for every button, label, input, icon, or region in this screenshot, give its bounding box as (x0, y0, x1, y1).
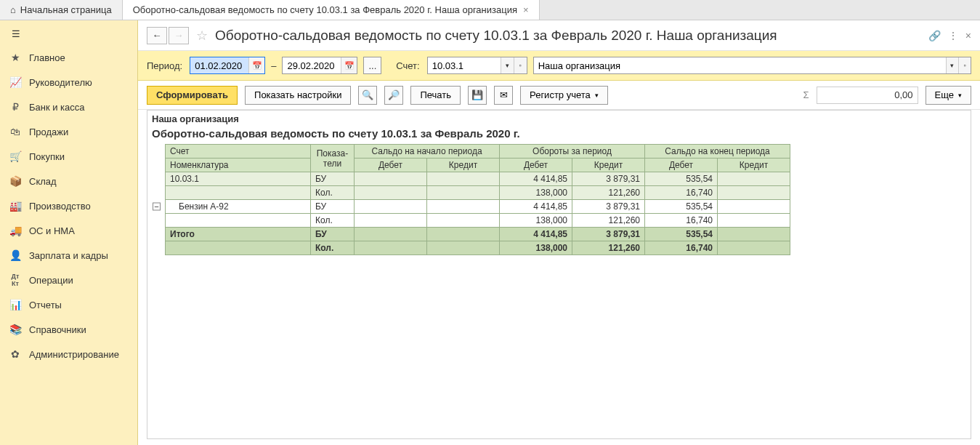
sidebar-item-main[interactable]: ★Главное (0, 45, 137, 70)
table-row[interactable]: Кол. 138,000121,260 16,740 (166, 214, 790, 228)
form-button[interactable]: Сформировать (147, 86, 238, 105)
col-ob-debit: Дебет (355, 159, 427, 172)
open-icon[interactable]: ▫ (514, 57, 527, 73)
org-combo[interactable]: ▾ ▫ (533, 57, 971, 74)
chevron-down-icon: ▾ (958, 92, 962, 99)
sidebar-item-catalogs[interactable]: 📚Справочники (0, 317, 137, 342)
mail-button[interactable]: ✉ (494, 86, 513, 105)
nav-forward-button[interactable]: → (169, 27, 189, 44)
nav-back-button[interactable]: ← (147, 27, 167, 44)
chevron-down-icon[interactable]: ▾ (501, 57, 514, 73)
sidebar-item-manager[interactable]: 📈Руководителю (0, 70, 137, 95)
sigma-icon: Σ (803, 89, 809, 100)
report-area: Наша организация Оборотно-сальдовая ведо… (138, 110, 980, 445)
sidebar-item-stock[interactable]: 📦Склад (0, 169, 137, 193)
tab-report[interactable]: Оборотно-сальдовая ведомость по счету 10… (123, 0, 540, 20)
sidebar-item-os-nma[interactable]: 🚚ОС и НМА (0, 218, 137, 243)
favorite-icon[interactable]: ☆ (196, 28, 208, 44)
bars-icon: 📊 (9, 299, 22, 310)
content: ← → ☆ Оборотно-сальдовая ведомость по сч… (138, 20, 980, 445)
report-scroll[interactable]: Наша организация Оборотно-сальдовая ведо… (147, 110, 971, 439)
sidebar-item-bank[interactable]: ₽Банк и касса (0, 95, 137, 119)
print-button[interactable]: Печать (410, 86, 461, 105)
col-close-balance: Сальдо на конец периода (645, 145, 790, 159)
filter-panel: Период: 📅 – 📅 ... Счет: ▾ ▫ ▾ ▫ (138, 51, 980, 81)
more-icon[interactable]: ⋮ (948, 30, 958, 41)
save-button[interactable]: 💾 (468, 86, 487, 105)
dtkt-icon: ДтКт (9, 273, 22, 287)
col-cb-credit: Кредит (718, 159, 790, 172)
col-t-debit: Дебет (500, 159, 572, 172)
sidebar-item-salary[interactable]: 👤Зарплата и кадры (0, 243, 137, 268)
table-row[interactable]: −Бензин А-92 БУ 4 414,853 879,31 535,54 (166, 200, 790, 214)
calendar-icon[interactable]: 📅 (341, 57, 357, 73)
col-account: Счет (166, 145, 311, 159)
chevron-down-icon: ▾ (595, 92, 599, 99)
sidebar-item-ops[interactable]: ДтКтОперации (0, 268, 137, 292)
books-icon: 📚 (9, 324, 22, 335)
tab-home-label: Начальная страница (20, 4, 112, 15)
table-row[interactable]: Итого БУ 4 414,853 879,31 535,54 (166, 228, 790, 241)
register-button[interactable]: Регистр учета▾ (520, 86, 608, 105)
page-title: Оборотно-сальдовая ведомость по счету 10… (215, 28, 921, 44)
open-icon[interactable]: ▫ (958, 57, 971, 73)
date-to-field[interactable]: 📅 (282, 57, 357, 74)
bag-icon: 🛍 (9, 126, 22, 137)
star-icon: ★ (9, 52, 22, 63)
gear-icon: ✿ (9, 348, 22, 360)
date-from-field[interactable]: 📅 (190, 57, 265, 74)
sum-field[interactable]: 0,00 (817, 87, 918, 104)
sidebar-item-reports[interactable]: 📊Отчеты (0, 292, 137, 317)
table-row[interactable]: Кол. 138,000121,260 16,740 (166, 241, 790, 255)
col-indicators: Показа- тели (311, 145, 355, 172)
col-open-balance: Сальдо на начало периода (355, 145, 500, 159)
col-nomenclature: Номенклатура (166, 159, 311, 172)
menu-icon[interactable]: ☰ (7, 26, 25, 41)
tree-collapse-icon[interactable]: − (153, 203, 161, 211)
close-page-icon[interactable]: × (965, 30, 971, 41)
col-turnover: Обороты за период (500, 145, 645, 159)
date-to-input[interactable] (283, 57, 341, 73)
sidebar-item-sales[interactable]: 🛍Продажи (0, 119, 137, 144)
col-cb-debit: Дебет (645, 159, 718, 172)
period-dash: – (271, 60, 276, 71)
sidebar-item-production[interactable]: 🏭Производство (0, 193, 137, 218)
account-combo[interactable]: ▾ ▫ (427, 57, 527, 74)
period-label: Период: (147, 60, 182, 71)
toolbar: Сформировать Показать настройки 🔍 🔎 Печа… (138, 81, 980, 110)
cart-icon: 🛒 (9, 151, 22, 162)
link-icon[interactable]: 🔗 (928, 30, 941, 41)
home-icon: ⌂ (10, 4, 16, 15)
chevron-down-icon[interactable]: ▾ (946, 57, 958, 73)
ruble-icon: ₽ (9, 101, 22, 113)
tab-home[interactable]: ⌂ Начальная страница (0, 0, 123, 20)
table-row[interactable]: Кол. 138,000121,260 16,740 (166, 186, 790, 200)
zoom-in-button[interactable]: 🔍 (358, 86, 377, 105)
table-row[interactable]: 10.03.1 БУ 4 414,853 879,31 535,54 (166, 172, 790, 186)
zoom-in-icon: 🔍 (362, 89, 373, 100)
truck-icon: 🚚 (9, 225, 22, 236)
close-icon[interactable]: × (523, 4, 529, 15)
mail-icon: ✉ (500, 89, 508, 100)
zoom-out-icon: 🔎 (388, 89, 400, 100)
chart-up-icon: 📈 (9, 76, 22, 88)
report-org: Наша организация (147, 111, 971, 126)
period-picker-button[interactable]: ... (363, 57, 381, 74)
tab-bar: ⌂ Начальная страница Оборотно-сальдовая … (0, 0, 980, 20)
box-icon: 📦 (9, 175, 22, 187)
zoom-out-button[interactable]: 🔎 (384, 86, 403, 105)
settings-button[interactable]: Показать настройки (245, 86, 351, 105)
account-label: Счет: (396, 60, 419, 71)
title-bar: ← → ☆ Оборотно-сальдовая ведомость по сч… (138, 20, 980, 51)
calendar-icon[interactable]: 📅 (248, 57, 264, 73)
sidebar: ☰ ★Главное 📈Руководителю ₽Банк и касса 🛍… (0, 20, 138, 445)
tab-report-label: Оборотно-сальдовая ведомость по счету 10… (133, 4, 517, 15)
sidebar-item-purchases[interactable]: 🛒Покупки (0, 144, 137, 169)
more-button[interactable]: Еще▾ (926, 86, 971, 105)
org-input[interactable] (534, 57, 946, 73)
date-from-input[interactable] (190, 57, 248, 73)
report-table: Счет Показа- тели Сальдо на начало перио… (165, 144, 790, 255)
sidebar-item-admin[interactable]: ✿Администрирование (0, 342, 137, 366)
account-input[interactable] (428, 57, 501, 73)
col-t-credit: Кредит (572, 159, 645, 172)
